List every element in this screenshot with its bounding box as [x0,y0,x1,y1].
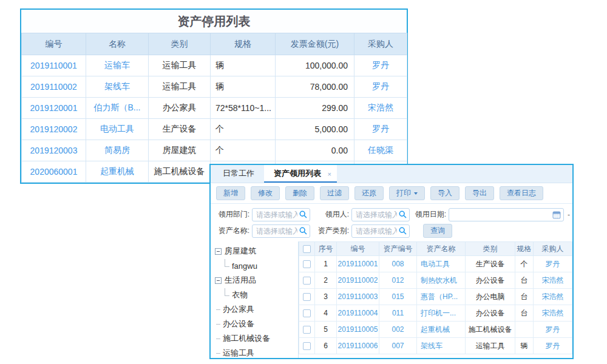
search-icon[interactable] [299,227,307,235]
row-checkbox[interactable] [303,342,311,350]
search-icon[interactable] [399,211,407,218]
cell[interactable]: 制热饮水机 [417,272,466,289]
row-checkbox[interactable] [303,260,311,268]
tree-node[interactable]: 办公设备 [212,317,297,331]
tab-item[interactable]: 日常工作 [213,165,264,183]
tab-label: 资产领用列表 [274,169,321,178]
cell[interactable]: 起重机械 [417,322,466,338]
table-row: 2019110002架线车运输工具辆78,000.00罗丹 [22,76,407,98]
cell[interactable]: 015 [379,289,417,305]
cell[interactable]: 011 [379,305,417,322]
tree-node[interactable]: 办公家具 [212,302,297,317]
cell[interactable]: 2019110003 [337,289,379,305]
cell[interactable]: 伯力斯（B... [86,98,149,119]
toolbar-button[interactable]: 导入 [430,186,459,200]
tab-active[interactable]: 资产领用列表× [264,165,337,183]
date-from-wrap [449,208,564,221]
requisition-table-wrap: 序号编号资产编号资产名称类别规格采购人 12019110001008电动工具生产… [299,241,572,358]
cell[interactable]: 2019110004 [337,305,379,322]
cell[interactable]: 012 [379,272,417,289]
cell[interactable]: 2019110002 [22,76,86,98]
cell: 3 [315,289,337,305]
cell[interactable]: 007 [379,338,417,354]
cell[interactable]: 罗丹 [354,55,407,76]
query-button[interactable]: 查询 [423,224,452,238]
cell[interactable]: 起重机械 [86,161,149,183]
cell[interactable]: 宋浩然 [534,272,572,289]
toolbar-button[interactable]: 新增 [216,186,245,200]
row-checkbox[interactable] [303,277,311,285]
cell: 施工机械设备 [149,161,211,183]
cell[interactable]: 任晓渠 [354,140,407,161]
tree-node-label: 施工机械设备 [223,333,270,344]
collapse-icon[interactable] [215,248,222,255]
column-header: 编号 [337,242,379,256]
header-cell [299,242,315,256]
cell[interactable]: 罗丹 [534,256,572,272]
row-checkbox[interactable] [303,309,311,317]
table-row: 32019110003015惠普（HP...办公电脑台宋浩然 [299,289,572,305]
cell[interactable]: 2019110001 [22,55,86,76]
toolbar-button[interactable]: 打印 [389,186,425,200]
toolbar-button[interactable]: 过滤 [320,186,349,200]
cell[interactable]: 宋浩然 [354,98,407,119]
cell[interactable]: 惠普（HP... [417,289,466,305]
cell[interactable]: 运输车 [86,55,149,76]
toolbar-button[interactable]: 修改 [251,186,280,200]
cell[interactable]: 2019110005 [337,322,379,338]
cell: 100,000.00 [276,55,354,76]
search-form: 领用部门: 领用人: 领用日期: - [211,204,572,241]
tree-node[interactable]: 施工机械设备 [212,331,297,346]
cell[interactable]: 架线车 [86,76,149,98]
cell[interactable]: 电动工具 [86,119,149,140]
tree-node-label: 办公家具 [223,304,254,315]
row-checkbox[interactable] [303,293,311,301]
search-icon[interactable] [399,227,407,235]
tree-node[interactable]: 房屋建筑 [212,244,297,258]
cell: 0.00 [276,140,354,161]
cell[interactable]: 架线车 [417,338,466,354]
cell[interactable]: 简易房 [86,140,149,161]
toolbar-button[interactable]: 导出 [465,186,494,200]
cell[interactable]: 罗丹 [534,322,572,338]
row-checkbox[interactable] [303,326,311,334]
cell[interactable]: 2019120001 [22,98,86,119]
tree-node[interactable]: fangwu [212,258,297,273]
cell[interactable]: 罗丹 [354,119,407,140]
cell: 72*58*110~1... [211,98,276,119]
cell: 房屋建筑 [149,140,211,161]
collapse-icon[interactable] [215,277,222,284]
cell[interactable]: 电动工具 [417,256,466,272]
close-icon[interactable]: × [328,166,331,183]
tree-node[interactable]: 运输工具 [212,346,297,358]
cell[interactable]: 2020060001 [22,161,86,183]
tree-node[interactable]: 生活用品 [212,273,297,288]
table-header-row: 序号编号资产编号资产名称类别规格采购人 [299,242,572,256]
toolbar-button[interactable]: 删除 [285,186,314,200]
cell[interactable]: 2019120002 [22,119,86,140]
cell[interactable]: 罗丹 [534,338,572,354]
table-row: 2019120001伯力斯（B...办公家具72*58*110~1...299.… [22,98,407,119]
cell[interactable]: 打印机一... [417,305,466,322]
toolbar-button[interactable]: 还原 [354,186,384,200]
cell: 台 [515,305,534,322]
calendar-icon[interactable] [552,211,561,219]
table-row: 22019110002012制热饮水机办公设备台宋浩然 [299,272,572,289]
cell[interactable]: 宋浩然 [534,305,572,322]
cell[interactable]: 2019110002 [337,272,379,289]
date-range-separator: - [568,211,570,219]
toolbar-button[interactable]: 查看日志 [500,186,543,200]
select-all-checkbox[interactable] [303,245,311,253]
date-from-input[interactable] [449,208,564,221]
tree-node[interactable]: 衣物 [212,288,297,302]
cell[interactable]: 宋浩然 [534,289,572,305]
search-icon[interactable] [299,211,307,218]
cell[interactable]: 2019120003 [22,140,86,161]
cell[interactable]: 罗丹 [354,76,407,98]
cell[interactable]: 2019110006 [337,338,379,354]
main-area: 房屋建筑fangwu生活用品衣物办公家具办公设备施工机械设备运输工具生产设备 序… [211,241,572,358]
cell[interactable]: 002 [379,322,417,338]
cell[interactable]: 2019110001 [337,256,379,272]
table-row: 2019110001运输车运输工具辆100,000.00罗丹 [22,55,407,76]
cell[interactable]: 008 [379,256,417,272]
